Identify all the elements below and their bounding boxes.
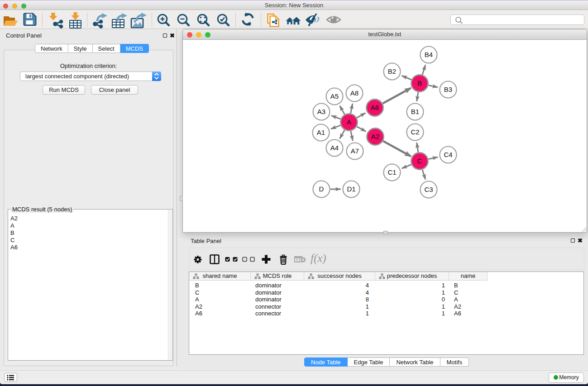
svg-text:A3: A3 xyxy=(317,108,325,115)
svg-text:A: A xyxy=(347,118,351,126)
svg-text:A2: A2 xyxy=(371,133,379,140)
svg-text:B2: B2 xyxy=(388,67,396,75)
svg-text:A7: A7 xyxy=(351,147,359,155)
svg-text:A6: A6 xyxy=(371,104,379,111)
svg-text:B4: B4 xyxy=(425,51,433,58)
svg-text:A5: A5 xyxy=(330,92,339,100)
svg-text:C1: C1 xyxy=(387,168,396,176)
svg-text:D: D xyxy=(319,185,324,193)
svg-text:C: C xyxy=(417,157,422,165)
svg-text:C4: C4 xyxy=(444,151,452,158)
svg-text:C3: C3 xyxy=(424,186,433,193)
svg-text:C2: C2 xyxy=(411,128,419,136)
svg-text:B: B xyxy=(417,79,422,87)
svg-text:A1: A1 xyxy=(317,129,325,136)
svg-text:B1: B1 xyxy=(411,108,419,115)
svg-text:A4: A4 xyxy=(330,144,339,152)
svg-text:D1: D1 xyxy=(347,185,355,193)
svg-text:A8: A8 xyxy=(350,89,359,97)
svg-text:B3: B3 xyxy=(444,86,452,93)
